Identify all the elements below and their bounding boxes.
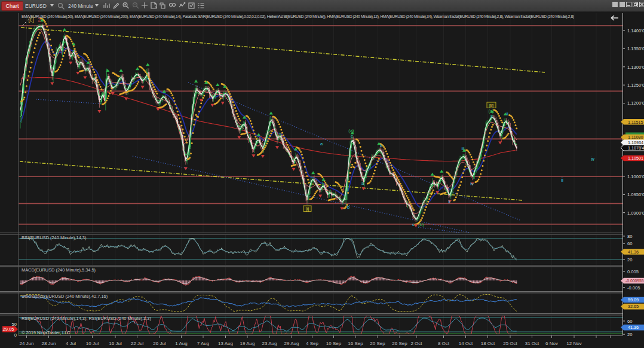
svg-text:14 Oct: 14 Oct	[459, 341, 473, 346]
svg-text:29.05: 29.05	[3, 326, 14, 332]
svg-text:c: c	[412, 222, 415, 227]
svg-text:24 Jun: 24 Jun	[19, 341, 33, 346]
svg-text:ii: ii	[561, 177, 563, 183]
svg-text:MACD(EURUSD (240 Minute),5,34,: MACD(EURUSD (240 Minute),5,34,5)	[22, 267, 96, 273]
svg-text:2: 2	[38, 16, 41, 23]
svg-text:60: 60	[627, 241, 632, 246]
svg-text:20: 20	[627, 332, 632, 337]
svg-text:1.11080: 1.11080	[628, 135, 643, 140]
svg-text:29 Aug: 29 Aug	[284, 341, 299, 346]
svg-text:1.11515: 1.11515	[628, 120, 643, 125]
svg-text:[c]: [c]	[28, 17, 33, 23]
svg-text:[ii]: [ii]	[489, 103, 493, 108]
svg-text:10 Sep: 10 Sep	[326, 341, 342, 346]
svg-text:41.36: 41.36	[628, 325, 639, 330]
svg-text:(b): (b)	[418, 222, 424, 227]
svg-text:10 Jul: 10 Jul	[86, 341, 99, 346]
svg-text:13 Aug: 13 Aug	[218, 341, 233, 346]
svg-text:c: c	[351, 133, 353, 139]
svg-text:-0.000955: -0.000955	[625, 279, 644, 283]
svg-text:8 Oct: 8 Oct	[438, 341, 450, 346]
svg-text:4 Sep: 4 Sep	[306, 341, 318, 346]
svg-text:32.65: 32.65	[628, 304, 639, 309]
svg-text:60: 60	[627, 319, 632, 324]
svg-text:0.005: 0.005	[627, 269, 639, 274]
svg-text:28 Jun: 28 Jun	[41, 341, 56, 346]
svg-text:ii: ii	[448, 199, 450, 204]
svg-text:iv: iv	[470, 181, 474, 187]
svg-text:0: 0	[14, 332, 17, 338]
svg-text:22 Jul: 22 Jul	[131, 341, 144, 346]
svg-text:25 Oct: 25 Oct	[503, 341, 517, 346]
svg-text:RSI(EURUSD (240 Minute),14,3),: RSI(EURUSD (240 Minute),14,3), RSI(EURUS…	[22, 316, 151, 321]
svg-text:20 Sep: 20 Sep	[370, 341, 385, 346]
svg-text:50: 50	[12, 322, 17, 327]
svg-text:1.1078'4: 1.1078'4	[628, 145, 644, 151]
svg-text:1.10934: 1.10934	[628, 140, 643, 145]
svg-text:1.1000'0: 1.1000'0	[627, 174, 644, 179]
svg-text:41.36: 41.36	[628, 249, 639, 255]
svg-text:20: 20	[627, 257, 632, 262]
svg-text:18 Oct: 18 Oct	[481, 341, 495, 346]
svg-text:EMA(EURUSD (240 Minute),50), E: EMA(EURUSD (240 Minute),50), EMA(EURUSD …	[22, 14, 574, 19]
svg-text:X: X	[490, 114, 493, 119]
svg-text:1.10501: 1.10501	[628, 155, 643, 161]
svg-text:4 Jul: 4 Jul	[66, 341, 76, 346]
svg-text:ii: ii	[506, 111, 508, 117]
svg-text:12 Nov: 12 Nov	[566, 341, 581, 346]
svg-text:59.09: 59.09	[628, 297, 639, 303]
svg-text:26 Sep: 26 Sep	[392, 341, 407, 346]
svg-text:1.1250'0: 1.1250'0	[627, 83, 644, 88]
svg-text:1 Aug: 1 Aug	[175, 341, 187, 346]
svg-text:19 Aug: 19 Aug	[240, 341, 255, 346]
svg-text:b: b	[380, 143, 382, 148]
svg-text:-0.005: -0.005	[627, 285, 640, 291]
svg-text:© 2019 NinjaTrader, LLC: © 2019 NinjaTrader, LLC	[22, 330, 70, 335]
svg-text:RSI(EURUSD (240 Minute),14,3): RSI(EURUSD (240 Minute),14,3)	[22, 235, 86, 240]
svg-text:23 Aug: 23 Aug	[262, 341, 277, 346]
svg-text:b: b	[347, 204, 349, 210]
svg-text:7 Aug: 7 Aug	[197, 341, 209, 346]
svg-text:1.0950'0: 1.0950'0	[627, 192, 644, 197]
svg-text:31 Oct: 31 Oct	[525, 341, 539, 346]
svg-text:iii: iii	[461, 146, 464, 151]
svg-text:2 Oct: 2 Oct	[410, 341, 422, 346]
svg-text:1.1200'0: 1.1200'0	[627, 100, 644, 106]
svg-text:1.1350'0: 1.1350'0	[627, 46, 644, 51]
svg-text:Stochastics(EURUSD (240 Minute: Stochastics(EURUSD (240 Minute),42,7,16)	[22, 294, 108, 299]
svg-text:80: 80	[627, 234, 632, 239]
svg-text:1.1300'0: 1.1300'0	[627, 65, 644, 70]
svg-text:[i]: [i]	[306, 206, 309, 212]
svg-text:16 Jul: 16 Jul	[109, 341, 122, 346]
svg-text:26 Jul: 26 Jul	[153, 341, 166, 346]
svg-text:(a): (a)	[348, 128, 354, 133]
svg-text:1.1400'0: 1.1400'0	[627, 28, 644, 33]
svg-text:16 Sep: 16 Sep	[348, 341, 363, 346]
svg-text:1.0900'0: 1.0900'0	[627, 210, 644, 216]
svg-text:iv: iv	[591, 156, 595, 162]
svg-text:6 Nov: 6 Nov	[545, 341, 558, 346]
